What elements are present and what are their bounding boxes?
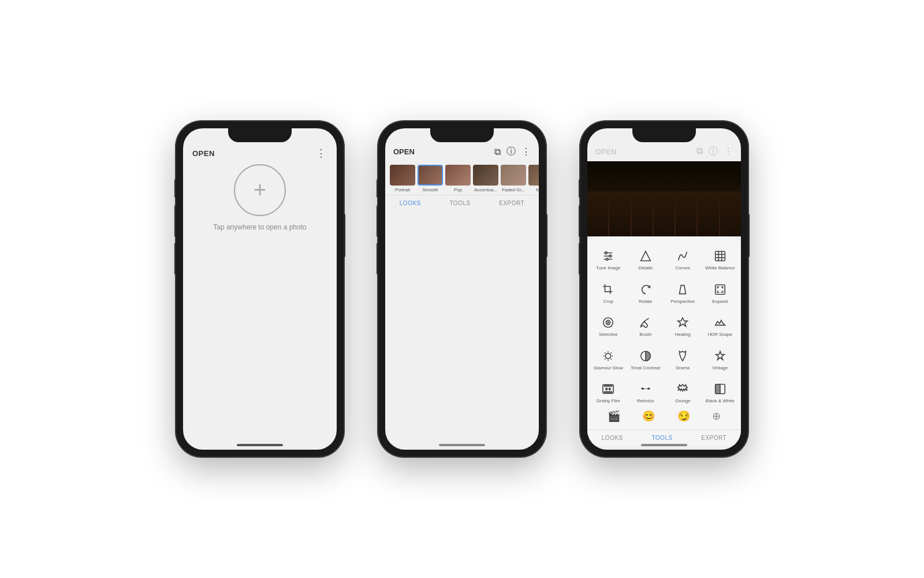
- look-more-img: [528, 165, 539, 186]
- nav-tools-2[interactable]: TOOLS: [449, 200, 470, 206]
- open-button-2[interactable]: OPEN: [393, 147, 415, 156]
- look-pop-img-inner: [445, 165, 471, 186]
- face-retouch-icon[interactable]: 😏: [677, 410, 690, 423]
- tool-crop[interactable]: Crop: [592, 279, 625, 308]
- svg-rect-13: [716, 284, 725, 294]
- svg-rect-31: [609, 385, 610, 387]
- menu-button-1[interactable]: ⋮: [316, 147, 327, 160]
- curves-label: Curves: [676, 265, 690, 271]
- svg-line-23: [605, 353, 605, 353]
- open-photo-hint: Tap anywhere to open a photo: [213, 223, 306, 231]
- tool-brush[interactable]: Brush: [629, 312, 662, 341]
- look-more-img-inner: [528, 165, 539, 186]
- retrolux-icon: [639, 382, 652, 396]
- open-button-3[interactable]: OPEN: [595, 147, 617, 156]
- layers-icon-3[interactable]: ⧉: [696, 146, 703, 158]
- look-pop-label: Pop: [454, 187, 462, 192]
- looks-strip: Portrait Smooth Pop: [385, 161, 539, 195]
- info-icon[interactable]: ⓘ: [506, 146, 516, 158]
- info-icon-3[interactable]: ⓘ: [709, 146, 718, 158]
- svg-point-38: [609, 388, 611, 390]
- look-faded[interactable]: Faded Gl...: [501, 165, 526, 192]
- tool-tonal-contrast[interactable]: Tonal Contrast: [629, 346, 662, 375]
- layers-icon[interactable]: ⧉: [494, 147, 501, 157]
- black-white-icon: [714, 382, 726, 396]
- add-tool-icon[interactable]: ⊕: [712, 410, 721, 423]
- looks-thumbnails: Portrait Smooth Pop: [385, 165, 539, 192]
- preview-slat-3: [632, 191, 653, 236]
- menu-button-2[interactable]: ⋮: [521, 146, 531, 157]
- menu-button-3[interactable]: ⋮: [724, 146, 733, 158]
- selective-label: Selective: [599, 332, 617, 338]
- tool-black-white[interactable]: Black & White: [704, 379, 737, 407]
- rotate-label: Rotate: [639, 299, 653, 305]
- nav-tools-3[interactable]: TOOLS: [651, 435, 672, 441]
- tool-tune-image[interactable]: Tune Image: [592, 246, 625, 275]
- tool-vintage[interactable]: Vintage: [704, 346, 737, 375]
- grainy-film-label: Grainy Film: [597, 398, 620, 404]
- retrolux-label: Retrolux: [637, 398, 654, 404]
- mute-button-2: [377, 179, 378, 198]
- tonal-contrast-icon: [639, 349, 652, 363]
- tool-grainy-film[interactable]: Grainy Film: [592, 379, 625, 407]
- svg-line-26: [605, 358, 605, 359]
- mute-button-3: [579, 179, 580, 198]
- look-pop-img: [445, 165, 471, 186]
- add-photo-circle[interactable]: +: [234, 164, 286, 216]
- look-portrait[interactable]: Portrait: [390, 165, 415, 192]
- white-balance-label: White Balance: [705, 265, 735, 271]
- tool-glamour-glow[interactable]: Glamour Glow: [592, 346, 625, 375]
- tool-healing[interactable]: Healing: [666, 312, 699, 341]
- rotate-icon: [639, 283, 652, 297]
- power-button-2: [546, 214, 547, 257]
- nav-looks-2[interactable]: LOOKS: [400, 200, 421, 206]
- tool-drama[interactable]: Drama: [666, 346, 699, 375]
- face-icon[interactable]: 😊: [642, 410, 655, 423]
- tool-white-balance[interactable]: White Balance: [704, 246, 737, 275]
- look-pop[interactable]: Pop: [445, 165, 471, 192]
- tool-selective[interactable]: Selective: [592, 312, 625, 341]
- look-accentua-label: Accentua...: [474, 187, 497, 192]
- phone-2-screen: OPEN ⧉ ⓘ ⋮: [385, 128, 539, 450]
- nav-looks-3[interactable]: LOOKS: [602, 435, 623, 441]
- look-smooth-img-inner: [419, 166, 442, 184]
- phone-2: OPEN ⧉ ⓘ ⋮: [378, 121, 546, 457]
- photo-preview-3: [587, 161, 741, 236]
- grunge-label: Grunge: [675, 398, 691, 404]
- glamour-glow-label: Glamour Glow: [594, 365, 623, 371]
- tune-image-label: Tune Image: [596, 265, 620, 271]
- crop-icon: [602, 283, 614, 297]
- tool-perspective[interactable]: Perspective: [666, 279, 699, 308]
- open-button-1[interactable]: OPEN: [192, 149, 215, 158]
- volume-down-button-2: [377, 243, 378, 275]
- tool-details[interactable]: Details: [629, 246, 662, 275]
- phone-3-home-indicator: [641, 444, 687, 446]
- tool-grunge[interactable]: Grunge: [666, 379, 699, 407]
- look-more[interactable]: Mo...: [528, 165, 539, 192]
- svg-marker-12: [680, 285, 686, 294]
- phone-1-content[interactable]: + Tap anywhere to open a photo: [183, 164, 337, 231]
- look-accentua[interactable]: Accentua...: [473, 165, 498, 192]
- svg-marker-6: [641, 251, 651, 261]
- svg-rect-34: [607, 392, 608, 394]
- details-icon: [639, 249, 652, 263]
- nav-export-3[interactable]: EXPORT: [701, 435, 726, 441]
- tool-hdr-scape[interactable]: HDR Scape: [704, 312, 737, 341]
- svg-rect-29: [605, 385, 606, 387]
- svg-line-17: [644, 318, 649, 322]
- look-smooth[interactable]: Smooth: [418, 165, 443, 192]
- expand-label: Expand: [712, 299, 728, 305]
- film-icon[interactable]: 🎬: [608, 410, 620, 423]
- phone-3-bottom-nav: LOOKS TOOLS EXPORT: [587, 429, 741, 446]
- svg-rect-35: [609, 392, 610, 394]
- tool-expand[interactable]: Expand: [704, 279, 737, 308]
- svg-rect-40: [716, 384, 720, 394]
- preview-slat-4: [654, 191, 675, 236]
- nav-export-2[interactable]: EXPORT: [499, 200, 524, 206]
- preview-ceiling: [587, 161, 741, 191]
- healing-label: Healing: [675, 332, 691, 338]
- tool-rotate[interactable]: Rotate: [629, 279, 662, 308]
- tool-curves[interactable]: Curves: [666, 246, 699, 275]
- volume-down-button-3: [579, 243, 580, 275]
- tool-retrolux[interactable]: Retrolux: [629, 379, 662, 407]
